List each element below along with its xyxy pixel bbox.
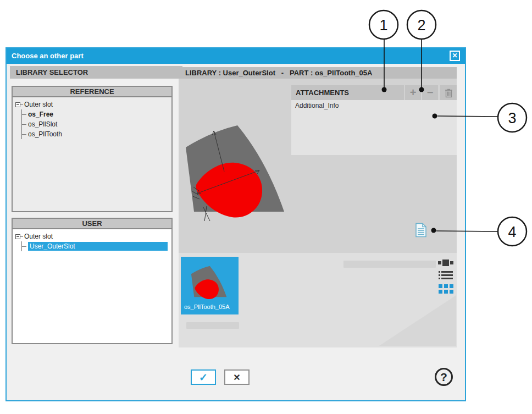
reference-tree-panel: REFERENCE Outer slot os_Free os_PllSlot …	[12, 86, 173, 212]
attachments-toolbar: ATTACHMENTS + −	[291, 85, 457, 100]
tree-root-label: Outer slot	[24, 101, 53, 108]
callout-number-2: 2	[417, 17, 425, 34]
tree-item-label: os_Free	[28, 111, 53, 118]
collapse-expander-icon[interactable]	[15, 102, 20, 107]
callout-number-1: 1	[379, 17, 387, 34]
tree-item-user-outerslot[interactable]: User_OuterSlot	[22, 241, 170, 251]
part-preview-image	[181, 122, 291, 221]
document-icon[interactable]	[415, 223, 427, 238]
callout-circle-1	[369, 10, 398, 39]
choose-part-dialog: Choose an other part ✕ LIBRARY SELECTOR …	[5, 47, 466, 401]
cross-icon: ✕	[233, 372, 240, 383]
callout-number-4: 4	[508, 224, 516, 240]
add-attachment-button[interactable]: +	[405, 85, 421, 100]
ok-button[interactable]: ✓	[191, 369, 216, 385]
help-button[interactable]: ?	[435, 368, 453, 386]
thumbnail-os-plltooth-05a[interactable]: os_PllTooth_05A	[181, 257, 239, 314]
tree-item-label: os_PllSlot	[28, 120, 57, 128]
attachment-item[interactable]: Additional_Info	[291, 100, 457, 111]
user-tree-children: User_OuterSlot	[21, 241, 170, 251]
collapse-expander-icon[interactable]	[15, 234, 20, 239]
tree-item-label: os_PllTooth	[28, 130, 62, 138]
thumbnail-label: os_PllTooth_05A	[184, 303, 230, 310]
selected-tree-item-label: User_OuterSlot	[28, 242, 168, 251]
trash-icon	[445, 88, 453, 98]
tree-node-outer-slot[interactable]: Outer slot	[15, 100, 170, 109]
callout-circle-2	[407, 10, 436, 39]
check-icon: ✓	[199, 371, 208, 384]
grid-view-icon[interactable]	[439, 284, 453, 294]
tree-root-label: Outer slot	[24, 233, 53, 240]
page: Choose an other part ✕ LIBRARY SELECTOR …	[0, 0, 532, 414]
question-mark-icon: ?	[440, 371, 447, 383]
attachments-panel: ATTACHMENTS + −	[291, 85, 457, 155]
tree-line	[20, 104, 23, 105]
faded-text-remnant	[343, 261, 436, 268]
tree-item-os-plltooth[interactable]: os_PllTooth	[22, 129, 170, 139]
cancel-button[interactable]: ✕	[224, 369, 250, 385]
dialog-title: Choose an other part	[12, 52, 84, 60]
carousel-view-icon[interactable]	[438, 260, 453, 266]
library-selector-header: LIBRARY SELECTOR	[10, 66, 182, 79]
thumbnail-part-image	[190, 261, 229, 304]
part-detail-panel: LIBRARY : User_OuterSlot - PART : os_Pll…	[179, 67, 457, 347]
remove-attachment-button[interactable]: −	[422, 85, 438, 100]
reference-tree: Outer slot os_Free os_PllSlot os_PllToot…	[13, 97, 171, 139]
reference-tree-children: os_Free os_PllSlot os_PllTooth	[21, 109, 170, 139]
callout-circle-3	[498, 103, 527, 132]
attachments-title: ATTACHMENTS	[291, 85, 404, 100]
library-part-header: LIBRARY : User_OuterSlot - PART : os_Pll…	[179, 67, 457, 79]
tree-node-outer-slot-user[interactable]: Outer slot	[15, 231, 170, 241]
tree-item-os-free[interactable]: os_Free	[22, 109, 170, 119]
user-tree-panel: USER Outer slot User_OuterSlot	[12, 218, 173, 344]
reference-panel-title: REFERENCE	[13, 87, 171, 97]
tree-line	[20, 236, 23, 237]
view-mode-switcher	[437, 260, 454, 294]
delete-attachment-button[interactable]	[440, 85, 457, 100]
callout-circle-4	[498, 217, 527, 246]
faded-text-remnant	[186, 322, 239, 329]
attachments-list[interactable]: Additional_Info	[291, 100, 457, 155]
callout-number-3: 3	[508, 110, 516, 126]
close-icon[interactable]: ✕	[450, 51, 460, 61]
user-panel-title: USER	[13, 219, 171, 229]
user-tree: Outer slot User_OuterSlot	[13, 229, 171, 251]
dialog-titlebar[interactable]: Choose an other part ✕	[7, 48, 465, 64]
tree-item-os-pllslot[interactable]: os_PllSlot	[22, 119, 170, 129]
list-view-icon[interactable]	[439, 271, 453, 279]
